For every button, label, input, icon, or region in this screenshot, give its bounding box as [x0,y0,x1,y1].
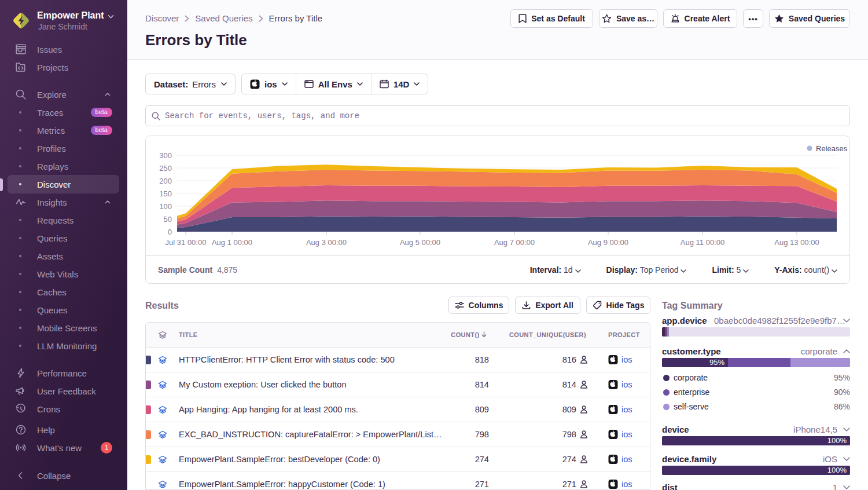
svg-text:Releases: Releases [816,144,848,153]
svg-text:100: 100 [159,202,172,211]
svg-text:300: 300 [159,151,172,160]
svg-text:Aug 9 00:00: Aug 9 00:00 [588,238,628,247]
svg-text:Aug 13 00:00: Aug 13 00:00 [774,238,819,247]
svg-text:Aug 11 00:00: Aug 11 00:00 [681,238,724,247]
svg-text:0: 0 [168,228,172,236]
svg-text:Aug 1 00:00: Aug 1 00:00 [212,238,252,247]
svg-text:Aug 7 00:00: Aug 7 00:00 [494,238,535,247]
svg-text:Jul 31 00:00: Jul 31 00:00 [165,238,207,247]
svg-text:Aug 5 00:00: Aug 5 00:00 [400,238,440,247]
svg-text:Aug 3 00:00: Aug 3 00:00 [306,238,347,247]
svg-text:250: 250 [159,164,172,173]
svg-text:200: 200 [159,177,172,185]
svg-text:50: 50 [164,215,172,224]
svg-text:150: 150 [159,189,172,198]
